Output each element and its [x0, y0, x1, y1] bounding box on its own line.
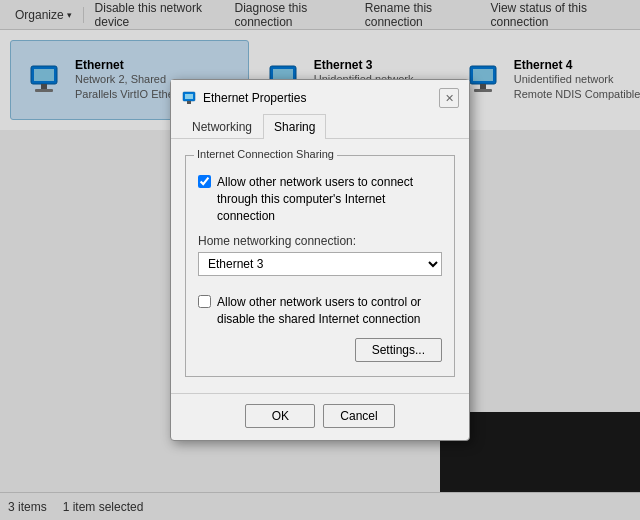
- dialog-content: Internet Connection Sharing Allow other …: [171, 139, 469, 389]
- allow-connect-checkbox[interactable]: [198, 175, 211, 188]
- hn-select[interactable]: Ethernet 3: [198, 252, 442, 276]
- allow-control-label[interactable]: Allow other network users to control or …: [217, 294, 442, 328]
- dialog-tabs: Networking Sharing: [171, 114, 469, 139]
- dialog-footer: OK Cancel: [171, 393, 469, 440]
- allow-connect-label[interactable]: Allow other network users to connect thr…: [217, 174, 442, 224]
- svg-rect-13: [185, 94, 193, 99]
- checkbox2-row: Allow other network users to control or …: [198, 294, 442, 328]
- checkbox1-row: Allow other network users to connect thr…: [198, 174, 442, 224]
- dialog-titlebar: Ethernet Properties ✕: [171, 80, 469, 114]
- svg-rect-14: [187, 101, 191, 104]
- hn-label: Home networking connection:: [198, 234, 442, 248]
- ethernet-properties-dialog: Ethernet Properties ✕ Networking Sharing…: [170, 79, 470, 441]
- allow-control-checkbox[interactable]: [198, 295, 211, 308]
- settings-button[interactable]: Settings...: [355, 338, 442, 362]
- dialog-title-text: Ethernet Properties: [203, 91, 306, 105]
- tab-networking[interactable]: Networking: [181, 114, 263, 139]
- ics-group: Internet Connection Sharing Allow other …: [185, 155, 455, 377]
- tab-sharing[interactable]: Sharing: [263, 114, 326, 139]
- dialog-close-button[interactable]: ✕: [439, 88, 459, 108]
- settings-btn-row: Settings...: [198, 338, 442, 362]
- ok-button[interactable]: OK: [245, 404, 315, 428]
- dialog-title-left: Ethernet Properties: [181, 90, 306, 106]
- cancel-button[interactable]: Cancel: [323, 404, 394, 428]
- dialog-icon: [181, 90, 197, 106]
- modal-overlay: Ethernet Properties ✕ Networking Sharing…: [0, 0, 640, 520]
- group-box-title: Internet Connection Sharing: [194, 148, 337, 160]
